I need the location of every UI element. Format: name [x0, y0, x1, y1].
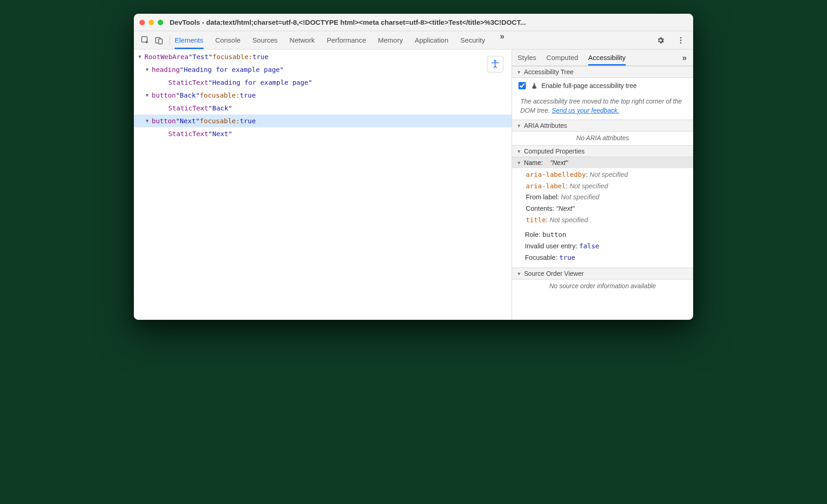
- disclosure-triangle-icon[interactable]: [145, 115, 149, 127]
- chevron-down-icon: ▼: [517, 70, 521, 75]
- toolbar-divider: [170, 35, 170, 45]
- tab-sources[interactable]: Sources: [253, 31, 278, 49]
- tree-row[interactable]: RootWebArea "Test" focusable: true: [134, 50, 512, 63]
- tree-row[interactable]: StaticText "Heading for example page": [134, 76, 512, 89]
- tab-application[interactable]: Application: [415, 31, 448, 49]
- chevron-down-icon: ▼: [517, 271, 521, 276]
- computed-name-source: From label: Not specified: [526, 192, 689, 203]
- enable-full-page-a11y-checkbox[interactable]: [518, 82, 526, 89]
- tree-row[interactable]: StaticText "Next": [134, 127, 512, 140]
- tree-row[interactable]: button "Back" focusable: true: [134, 89, 512, 102]
- tree-row[interactable]: heading "Heading for example page": [134, 63, 512, 76]
- svg-point-3: [680, 37, 681, 38]
- feedback-link[interactable]: Send us your feedback.: [551, 107, 619, 114]
- tab-security[interactable]: Security: [460, 31, 485, 49]
- computed-property: Invalid user entry: false: [525, 241, 689, 252]
- side-tab-accessibility[interactable]: Accessibility: [588, 49, 626, 66]
- computed-kv-list: Role: buttonInvalid user entry: falseFoc…: [512, 229, 693, 268]
- disclosure-triangle-icon[interactable]: [145, 63, 149, 76]
- side-panel: Styles Computed Accessibility ▼ Accessib…: [512, 49, 693, 320]
- window-zoom-button[interactable]: [158, 20, 163, 25]
- computed-name-source: title: Not specified: [526, 214, 689, 226]
- settings-icon[interactable]: [655, 34, 667, 46]
- devtools-window: DevTools - data:text/html;charset=utf-8,…: [134, 14, 693, 320]
- computed-property: Focusable: true: [525, 252, 689, 263]
- tree-row[interactable]: StaticText "Back": [134, 102, 512, 115]
- inspect-element-icon[interactable]: [139, 34, 151, 46]
- window-title: DevTools - data:text/html;charset=utf-8,…: [170, 18, 688, 26]
- tab-performance[interactable]: Performance: [327, 31, 366, 49]
- computed-name-sources: aria-labelledby: Not specifiedaria-label…: [512, 168, 693, 229]
- device-toolbar-icon[interactable]: [153, 34, 165, 46]
- enable-full-page-a11y-row: Enable full-page accessibility tree: [512, 78, 693, 94]
- tab-elements[interactable]: Elements: [175, 31, 204, 49]
- chevron-down-icon: ▼: [517, 160, 521, 165]
- computed-name-source: aria-label: Not specified: [526, 181, 689, 192]
- tab-console[interactable]: Console: [215, 31, 241, 49]
- more-options-icon[interactable]: [675, 34, 687, 46]
- more-side-tabs-icon[interactable]: [679, 53, 689, 63]
- svg-point-4: [680, 39, 681, 41]
- computed-name-source: aria-labelledby: Not specified: [526, 169, 689, 181]
- main-body: RootWebArea "Test" focusable: trueheadin…: [134, 49, 693, 320]
- section-source-order-header[interactable]: ▼ Source Order Viewer: [512, 268, 693, 279]
- disclosure-triangle-icon[interactable]: [145, 89, 149, 102]
- source-order-empty-text: No source order information available: [512, 279, 693, 293]
- accessibility-tree-panel: RootWebArea "Test" focusable: trueheadin…: [134, 49, 512, 320]
- svg-point-6: [494, 60, 496, 62]
- a11y-hint-text: The accessibility tree moved to the top …: [512, 94, 693, 120]
- aria-empty-text: No ARIA attributes: [512, 131, 693, 145]
- more-tabs-icon[interactable]: [497, 31, 507, 41]
- side-tab-computed[interactable]: Computed: [546, 49, 578, 66]
- tree-row[interactable]: button "Next" focusable: true: [134, 115, 512, 127]
- section-accessibility-tree-header[interactable]: ▼ Accessibility Tree: [512, 66, 693, 78]
- window-minimize-button[interactable]: [149, 20, 154, 25]
- enable-full-page-a11y-label: Enable full-page accessibility tree: [541, 82, 637, 89]
- tab-memory[interactable]: Memory: [378, 31, 403, 49]
- svg-rect-2: [159, 39, 162, 44]
- computed-name-row[interactable]: ▼ Name: "Next": [512, 157, 693, 168]
- computed-name-source: Contents: "Next": [526, 203, 689, 214]
- main-tabs: Elements Console Sources Network Perform…: [175, 31, 655, 49]
- side-tabs: Styles Computed Accessibility: [512, 49, 693, 66]
- accessibility-person-icon[interactable]: [487, 56, 503, 72]
- traffic-lights: [139, 20, 163, 25]
- tab-network[interactable]: Network: [290, 31, 315, 49]
- window-close-button[interactable]: [139, 20, 145, 25]
- disclosure-triangle-icon[interactable]: [138, 50, 142, 63]
- side-tab-styles[interactable]: Styles: [518, 49, 536, 66]
- chevron-down-icon: ▼: [517, 149, 521, 154]
- titlebar: DevTools - data:text/html;charset=utf-8,…: [134, 14, 693, 31]
- chevron-down-icon: ▼: [517, 123, 521, 128]
- section-aria-header[interactable]: ▼ ARIA Attributes: [512, 120, 693, 131]
- section-computed-header[interactable]: ▼ Computed Properties: [512, 145, 693, 157]
- svg-point-5: [680, 42, 681, 43]
- computed-property: Role: button: [525, 229, 689, 241]
- main-toolbar: Elements Console Sources Network Perform…: [134, 31, 693, 49]
- experiment-flask-icon: [531, 82, 538, 89]
